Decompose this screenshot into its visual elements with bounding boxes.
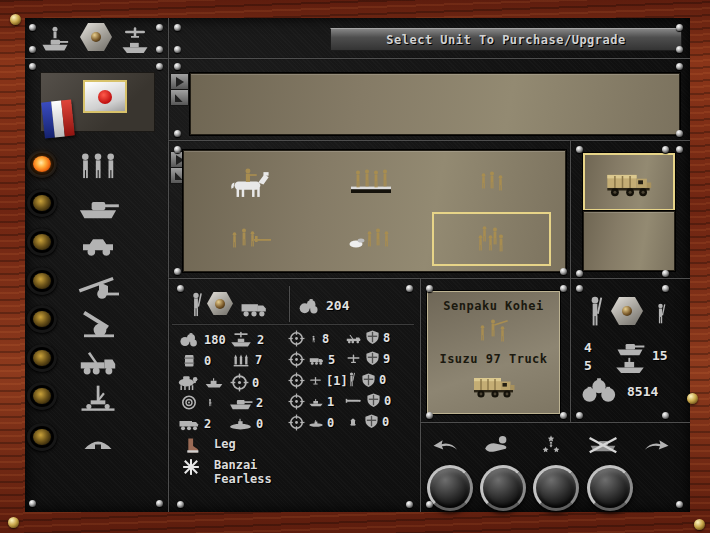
brass-fitting [694,519,705,530]
upgrade-knob[interactable] [533,465,579,511]
screw [560,268,567,275]
screw [174,130,181,137]
screw [560,285,567,292]
divider [168,140,690,141]
burst-icon [182,458,200,476]
screw [29,24,36,31]
upgrade-row-back-button[interactable] [170,89,189,106]
stat-ammo: 7 [230,352,262,368]
screw [576,146,583,153]
upgrade-stars-icon[interactable] [538,432,564,460]
unit-cell-rifle-squad[interactable] [190,212,309,266]
undo-arrow-icon[interactable] [430,436,462,460]
transport-name: Isuzu 97 Truck [439,352,547,366]
air-sea-units-icon[interactable] [120,26,150,60]
unit-detail-panel: Senpaku Kohei Isuzu 97 Truck [427,291,560,414]
flag-japan-selected[interactable] [83,80,127,113]
undo-knob[interactable] [427,465,473,511]
unit-cell-engineer-bridge[interactable] [311,156,430,210]
stat-transport: 2 [177,415,211,432]
stat-attack-air: [1] [288,372,348,389]
transport-toggle-truck-icon[interactable] [238,297,270,322]
purchase-screen: Select Unit To Purchase/Upgrade 204 [0,0,710,533]
screw [426,412,433,419]
screw [29,500,36,507]
stat-spotting [177,394,216,411]
core-units-count: 4 [584,340,592,355]
screw [156,63,163,70]
soldier-icon [204,395,216,410]
title-bar: Select Unit To Purchase/Upgrade [330,28,682,51]
screw [576,285,583,292]
screw [426,285,433,292]
screw [177,285,184,292]
unit-cell-flamethrower-squad[interactable] [311,212,430,266]
stat-defense-close: 0 [345,372,386,388]
brass-fitting [10,14,21,25]
screw [662,270,669,277]
ship-icon [204,375,224,389]
screw [676,46,683,53]
nation-flag-panel [40,72,155,132]
unit-name: Senpaku Kohei [443,299,543,313]
flag-france[interactable] [41,100,75,139]
screw [406,501,413,508]
transport-cell-truck-selected[interactable] [583,153,675,211]
upgrade-row-scroll-button[interactable] [170,73,189,90]
stat-defense-shell: 0 [345,414,389,429]
divider [570,140,571,422]
available-funds: 204 [326,298,349,313]
unit-cell-cavalry[interactable] [190,156,309,210]
divider [168,18,169,512]
disband-knob[interactable] [587,465,633,511]
screw [662,285,669,292]
screw [426,501,433,508]
unit-cell-engineers-selected[interactable] [432,212,551,266]
funds-icon [296,297,322,319]
anti-aircraft-gun-icon [76,382,120,419]
divider [420,422,690,423]
divider [168,278,690,279]
unit-cell-infantry-squad[interactable] [432,156,551,210]
stat-attack-hard: 5 [288,351,335,368]
screw [406,285,413,292]
stat-attack-soft: 8 [288,330,329,347]
stat-initiative: 2 [228,331,264,349]
transport-sprite-truck [470,370,518,400]
stat-defense-ground: 8 [345,330,390,345]
screw [174,24,181,31]
screw [29,63,36,70]
screw [156,500,163,507]
category-led-anti-tank[interactable] [27,267,57,295]
exit-arrow-icon[interactable] [640,436,672,460]
aux-soldier-icon [653,303,668,330]
screw [662,412,669,419]
brass-fitting [8,517,19,528]
transport-cell-none[interactable] [583,211,675,271]
category-led-infantry[interactable] [27,150,57,178]
category-led-air-defense-vehicle[interactable] [27,344,57,372]
category-led-anti-aircraft-gun[interactable] [27,382,57,410]
fortification-icon [78,428,118,456]
disband-unit-icon[interactable] [586,434,620,460]
screw [576,270,583,277]
purchase-hand-icon[interactable] [482,433,512,459]
recon-car-icon [78,230,118,261]
category-led-recon[interactable] [27,228,57,256]
ability-fearless: Fearless [214,472,272,486]
category-led-artillery[interactable] [27,305,57,333]
unit-sprite-infantry [474,319,514,345]
movement-type-row: Leg [183,437,236,454]
screw [676,24,683,31]
upgrade-target-strip[interactable] [190,73,680,135]
purchase-knob[interactable] [480,465,526,511]
screw [576,412,583,419]
prestige-icon [580,377,618,407]
screw [156,24,163,31]
category-led-fortification[interactable] [27,423,57,451]
brass-fitting [687,393,698,404]
screw [560,412,567,419]
category-led-tank[interactable] [27,189,57,217]
land-units-icon[interactable] [40,26,70,60]
core-soldier-icon [584,296,606,333]
